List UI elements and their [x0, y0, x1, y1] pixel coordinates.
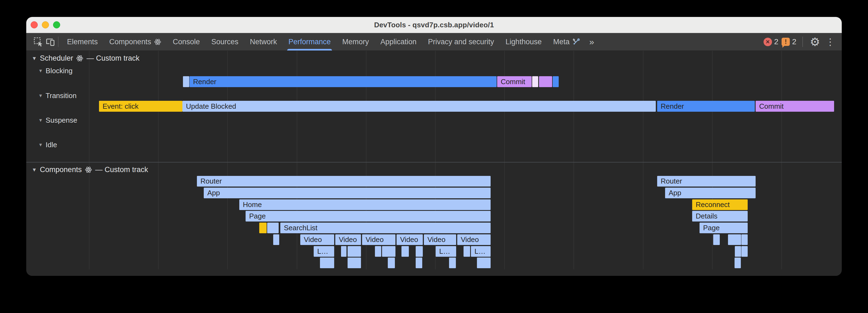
timeline-gridline [643, 51, 644, 269]
flame-bar-render[interactable]: Render [189, 76, 497, 87]
tab-lighthouse[interactable]: Lighthouse [500, 33, 548, 50]
timeline-gridline [781, 51, 782, 269]
tab-label: Application [380, 38, 416, 46]
flame-bar-app[interactable]: App [204, 188, 491, 198]
flame-bar-chip[interactable] [735, 246, 741, 257]
flame-bar-video[interactable]: Video [424, 234, 456, 245]
tab-label: Components [110, 38, 151, 46]
flame-bar-update-blocked[interactable]: Update Blocked [182, 101, 656, 112]
flame-bar-chip[interactable] [416, 257, 422, 268]
kebab-menu-icon[interactable]: ⋮ [824, 36, 836, 48]
flame-bar-chip[interactable] [273, 234, 279, 245]
inspect-element-icon[interactable] [32, 36, 44, 48]
tab-meta[interactable]: Meta [548, 33, 586, 50]
flame-bar-router[interactable]: Router [657, 176, 755, 186]
react-atom-icon [154, 38, 161, 46]
lane-label-blocking[interactable]: ▼Blocking [38, 67, 72, 75]
tab-performance[interactable]: Performance [283, 33, 337, 50]
flame-bar-chip[interactable] [553, 76, 559, 87]
lane-name: Suspense [46, 116, 78, 125]
flame-bar-render[interactable]: Render [657, 101, 755, 112]
flame-bar-router[interactable]: Router [197, 176, 491, 186]
flame-bar-chip[interactable] [449, 257, 456, 268]
close-window-button[interactable] [31, 21, 38, 28]
settings-gear-icon[interactable]: ⚙ [809, 36, 821, 48]
flame-bar-chip[interactable] [741, 234, 748, 245]
flame-bar-chip[interactable] [348, 246, 361, 257]
tab-label: Lighthouse [506, 38, 542, 46]
flame-bar-chip[interactable] [348, 257, 361, 268]
more-tabs-icon[interactable]: » [586, 37, 598, 47]
flame-bar-chip[interactable] [382, 246, 396, 257]
tab-label: Memory [342, 38, 369, 46]
flame-bar-l[interactable]: L… [471, 246, 491, 257]
flame-bar-chip[interactable] [267, 222, 279, 233]
tab-elements[interactable]: Elements [61, 33, 104, 50]
tab-memory[interactable]: Memory [336, 33, 375, 50]
flame-bar-page[interactable]: Page [700, 222, 748, 233]
flame-bar-video[interactable]: Video [335, 234, 361, 245]
flame-bar-chip[interactable] [735, 257, 741, 268]
lane-label-suspense[interactable]: ▼Suspense [38, 116, 77, 125]
flame-bar-app[interactable]: App [665, 188, 755, 198]
flame-bar-video[interactable]: Video [397, 234, 423, 245]
tab-console[interactable]: Console [167, 33, 206, 50]
lane-name: Transition [46, 92, 76, 100]
collapse-triangle-icon: ▼ [38, 142, 43, 148]
flame-bar-l[interactable]: L… [314, 246, 334, 257]
flame-bar-reconnect[interactable]: Reconnect [692, 199, 748, 210]
lane-label-transition[interactable]: ▼Transition [38, 92, 76, 100]
flame-bar-chip[interactable] [183, 76, 189, 87]
panel-tabs: ElementsComponentsConsoleSourcesNetworkP… [61, 33, 586, 50]
flame-bar-searchlist[interactable]: SearchList [280, 222, 491, 233]
flame-bar-chip[interactable] [416, 246, 423, 257]
tab-network[interactable]: Network [244, 33, 283, 50]
collapse-triangle-icon: ▼ [38, 118, 43, 123]
tab-label: Meta [553, 38, 570, 46]
flame-bar-home[interactable]: Home [239, 199, 491, 210]
track-divider [26, 162, 842, 163]
flame-bar-commit[interactable]: Commit [497, 76, 532, 87]
lane-label-idle[interactable]: ▼Idle [38, 141, 57, 149]
tab-components[interactable]: Components [104, 33, 167, 50]
flame-bar-chip[interactable] [532, 76, 538, 87]
flame-bar-event-click[interactable]: Event: click [99, 101, 182, 112]
tab-application[interactable]: Application [375, 33, 422, 50]
flame-bar-chip[interactable] [539, 76, 552, 87]
tab-sources[interactable]: Sources [206, 33, 244, 50]
minimize-window-button[interactable] [42, 21, 49, 28]
track-header-components[interactable]: ▼Components— Custom track [32, 166, 148, 174]
flame-bar-chip[interactable] [401, 246, 409, 257]
flame-bar-chip[interactable] [341, 246, 346, 257]
track-name: Scheduler [40, 54, 73, 63]
flame-bar-chip[interactable] [464, 246, 470, 257]
flame-bar-chip[interactable] [320, 257, 334, 268]
tools-icon [572, 38, 580, 46]
performance-timeline: ▼Scheduler— Custom track▼Blocking▼Transi… [26, 51, 842, 276]
flame-bar-page[interactable]: Page [246, 211, 491, 221]
flame-bar-chip[interactable] [741, 246, 748, 257]
flame-bar-chip[interactable] [728, 234, 741, 245]
window-titlebar: DevTools - qsvd7p.csb.app/video/1 [26, 17, 842, 33]
zoom-window-button[interactable] [53, 21, 60, 28]
flame-bar-video[interactable]: Video [457, 234, 491, 245]
console-errors-counter[interactable]: × 2 [764, 37, 779, 46]
flame-bar-chip[interactable] [375, 246, 381, 257]
flame-bar-commit[interactable]: Commit [755, 101, 834, 112]
tab-label: Performance [288, 38, 331, 46]
device-toolbar-icon[interactable] [44, 36, 56, 48]
flame-bar-chip[interactable] [477, 257, 491, 268]
tab-label: Sources [211, 38, 239, 46]
flame-bar-l[interactable]: L… [436, 246, 456, 257]
track-suffix: — Custom track [86, 54, 140, 63]
flame-bar-video[interactable]: Video [300, 234, 334, 245]
track-suffix: — Custom track [95, 166, 148, 174]
track-header-scheduler[interactable]: ▼Scheduler— Custom track [32, 54, 140, 63]
flame-bar-video[interactable]: Video [362, 234, 396, 245]
flame-bar-chip[interactable] [713, 234, 720, 245]
flame-bar-details[interactable]: Details [692, 211, 748, 221]
tab-privacy-and-security[interactable]: Privacy and security [422, 33, 500, 50]
flame-bar-chip[interactable] [259, 222, 267, 233]
flame-bar-chip[interactable] [388, 257, 395, 268]
issues-counter[interactable]: ! 2 [782, 37, 796, 46]
